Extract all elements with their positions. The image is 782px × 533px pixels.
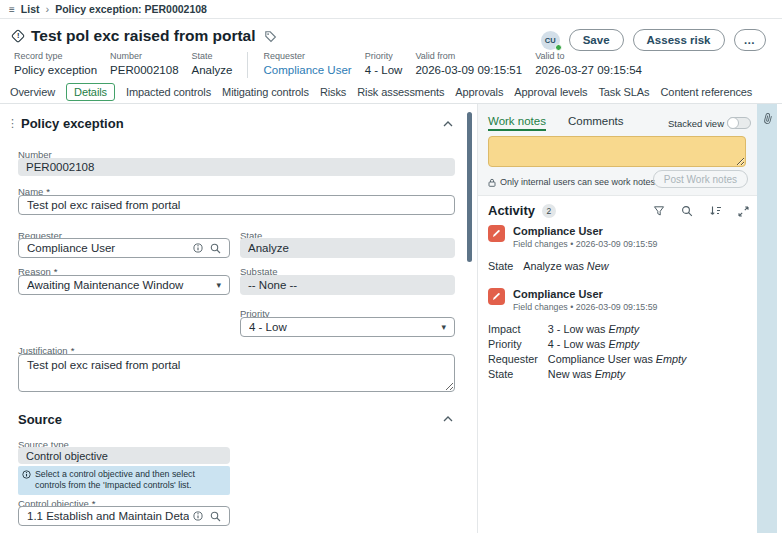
section-title-policy-exception: Policy exception: [21, 116, 124, 131]
meta-priority: Priority 4 - Low: [365, 51, 403, 76]
field-change-row: State New was Empty: [486, 366, 686, 381]
post-work-notes-button[interactable]: Post Work notes: [653, 170, 748, 188]
save-button[interactable]: Save: [569, 29, 624, 51]
collapse-section-icon[interactable]: [443, 121, 453, 127]
tab-details[interactable]: Details: [66, 83, 115, 101]
reason-select[interactable]: Awaiting Maintenance Window ▾: [18, 275, 230, 295]
tab-mitigating-controls[interactable]: Mitigating controls: [222, 84, 309, 100]
tab-overview[interactable]: Overview: [10, 84, 55, 100]
field-changes-avatar-icon: [488, 288, 505, 305]
form-scrollbar-thumb[interactable]: [467, 112, 472, 262]
tab-approval-levels[interactable]: Approval levels: [514, 84, 587, 100]
breadcrumb: ≡ List › Policy exception: PER0002108: [0, 0, 782, 19]
meta-valid-to: Valid to 2026-03-27 09:15:54: [535, 51, 642, 76]
meta-record-type: Record type Policy exception: [14, 51, 97, 76]
toggle-knob: [727, 117, 739, 129]
meta-number: Number PER0002108: [110, 51, 178, 76]
expand-icon[interactable]: [738, 206, 749, 217]
justification-textarea[interactable]: Test pol exc raised from portal: [18, 354, 455, 392]
stacked-view-label: Stacked view: [668, 118, 724, 129]
requester-field[interactable]: Compliance User: [18, 238, 230, 258]
activity-title: Activity: [488, 203, 535, 218]
sort-icon[interactable]: [709, 205, 722, 217]
user-avatar[interactable]: CU: [541, 31, 560, 50]
stacked-view-toggle[interactable]: [727, 117, 751, 129]
paperclip-icon[interactable]: [762, 112, 773, 125]
list-menu-icon[interactable]: ≡: [9, 4, 15, 15]
state-field: Analyze: [240, 238, 455, 258]
attachments-strip: [757, 104, 777, 533]
field-change-row: State Analyze was New: [486, 258, 608, 273]
work-notes-hint: Only internal users can see work notes: [488, 177, 655, 187]
tab-task-slas[interactable]: Task SLAs: [598, 84, 649, 100]
field-changes-avatar-icon: [488, 225, 505, 242]
work-notes-input[interactable]: [488, 136, 746, 167]
presence-dot: [555, 44, 562, 51]
collapse-section-icon[interactable]: [443, 416, 453, 422]
requester-link[interactable]: Compliance User: [263, 64, 351, 76]
activity-stream: Compliance User Field changes • 2026-03-…: [488, 225, 751, 396]
tab-risk-assessments[interactable]: Risk assessments: [357, 84, 444, 100]
page-title: Test pol exc raised from portal: [31, 27, 256, 45]
caret-down-icon: ▾: [216, 280, 221, 290]
tab-work-notes[interactable]: Work notes: [488, 115, 546, 131]
preview-record-icon[interactable]: [193, 243, 203, 253]
meta-state: State Analyze: [192, 51, 233, 76]
filter-icon[interactable]: [653, 205, 665, 217]
meta-valid-from: Valid from 2026-03-09 09:15:51: [415, 51, 522, 76]
drag-handle-icon[interactable]: ⋮: [7, 117, 18, 130]
search-icon[interactable]: [681, 205, 693, 217]
field-change-row: Requester Compliance User was Empty: [486, 351, 686, 366]
breadcrumb-current: Policy exception: PER0002108: [55, 3, 207, 15]
tab-comments[interactable]: Comments: [568, 115, 624, 131]
control-objective-field[interactable]: 1.1 Establish and Maintain Detailed Ente…: [18, 506, 230, 526]
lookup-icon[interactable]: [210, 511, 221, 522]
avatar-initials: CU: [545, 36, 556, 45]
name-field[interactable]: Test pol exc raised from portal: [18, 195, 455, 215]
meta-requester: Requester Compliance User: [263, 51, 351, 76]
chevron-right-icon: ›: [46, 3, 50, 15]
tab-impacted-controls[interactable]: Impacted controls: [126, 84, 211, 100]
source-info-message: Select a control objective and then sele…: [18, 466, 230, 495]
assess-risk-button[interactable]: Assess risk: [633, 29, 725, 51]
info-icon: [22, 470, 31, 479]
source-type-field: Control objective: [18, 447, 230, 464]
field-change-row: Priority 4 - Low was Empty: [486, 336, 686, 351]
activity-entry: Compliance User Field changes • 2026-03-…: [488, 225, 751, 273]
breadcrumb-list-link[interactable]: List: [21, 3, 40, 15]
activity-count-badge: 2: [542, 204, 556, 218]
tab-approvals[interactable]: Approvals: [455, 84, 503, 100]
tab-risks[interactable]: Risks: [320, 84, 346, 100]
tag-icon[interactable]: [264, 30, 277, 43]
preview-record-icon[interactable]: [193, 511, 203, 521]
policy-exception-icon: !: [11, 29, 25, 43]
record-header: ! Test pol exc raised from portal CU Sav…: [0, 19, 782, 80]
policy-exception-record-page: ≡ List › Policy exception: PER0002108 ! …: [0, 0, 782, 533]
priority-select[interactable]: 4 - Low ▾: [240, 317, 455, 337]
number-field: PER0002108: [18, 158, 455, 176]
record-meta: Record type Policy exception Number PER0…: [14, 51, 642, 78]
more-actions-button[interactable]: …: [734, 29, 767, 51]
lookup-icon[interactable]: [210, 243, 221, 254]
lock-icon: [488, 178, 496, 187]
tab-content-references[interactable]: Content references: [661, 84, 753, 100]
section-title-source: Source: [18, 412, 62, 427]
substate-field: -- None --: [240, 275, 455, 295]
record-tabs: Overview Details Impacted controls Mitig…: [0, 80, 782, 104]
field-change-row: Impact 3 - Low was Empty: [486, 321, 686, 336]
activity-entry: Compliance User Field changes • 2026-03-…: [488, 288, 751, 381]
activity-side-panel: Work notes Comments Stacked view Only in…: [478, 104, 757, 533]
details-form: ⋮ Policy exception Number PER0002108 Nam…: [0, 104, 468, 533]
meta-divider: [247, 52, 248, 78]
caret-down-icon: ▾: [441, 322, 446, 332]
